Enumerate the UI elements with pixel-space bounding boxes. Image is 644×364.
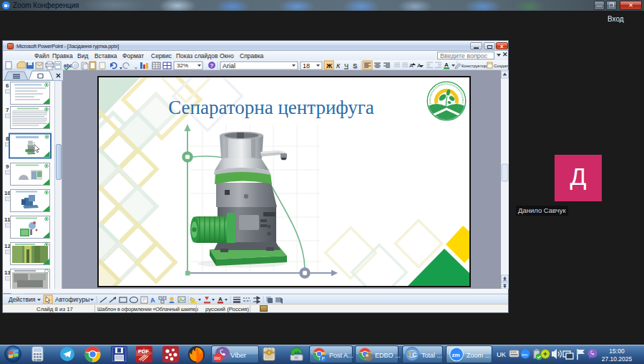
svg-text:S: S (353, 62, 357, 70)
svg-text:A: A (150, 297, 155, 305)
svg-text:zm: zm (452, 352, 460, 358)
svg-text:Total ...: Total ... (421, 352, 442, 359)
svg-text:Zoom ...: Zoom ... (467, 352, 490, 359)
svg-text:?: ? (210, 62, 214, 69)
svg-text:PDF: PDF (138, 348, 149, 355)
svg-text:Post A...: Post A... (329, 352, 353, 359)
svg-text:К: К (336, 62, 341, 70)
svg-text:Ж: Ж (326, 62, 333, 70)
svg-text:27.10.2025: 27.10.2025 (602, 355, 633, 363)
svg-text:9: 9 (6, 163, 9, 170)
svg-text:C: C (412, 351, 417, 358)
svg-text:EDBO ...: EDBO ... (375, 352, 401, 359)
svg-text:Автофигуры: Автофигуры (55, 296, 89, 303)
svg-text:32%: 32% (177, 62, 188, 69)
svg-text:А: А (444, 62, 449, 68)
svg-text:Ч: Ч (344, 62, 348, 70)
svg-text:390: 390 (214, 356, 220, 360)
svg-text:A: A (409, 62, 414, 69)
svg-text:А: А (218, 296, 223, 302)
svg-text:7: 7 (6, 107, 9, 113)
svg-text:P: P (322, 356, 325, 361)
svg-text:Создать слайд: Создать слайд (494, 63, 508, 68)
svg-text:Viber: Viber (230, 351, 246, 359)
svg-text:Конструктор: Конструктор (462, 63, 487, 68)
svg-text:15:00: 15:00 (609, 348, 625, 355)
svg-text:zm: zm (522, 353, 527, 357)
svg-text:18: 18 (303, 62, 310, 70)
svg-text:UK: UK (497, 350, 507, 358)
svg-text:Arial: Arial (223, 62, 235, 70)
svg-text:Действия: Действия (9, 296, 36, 303)
svg-text:11: 11 (4, 216, 11, 223)
svg-text:6: 6 (6, 82, 9, 89)
